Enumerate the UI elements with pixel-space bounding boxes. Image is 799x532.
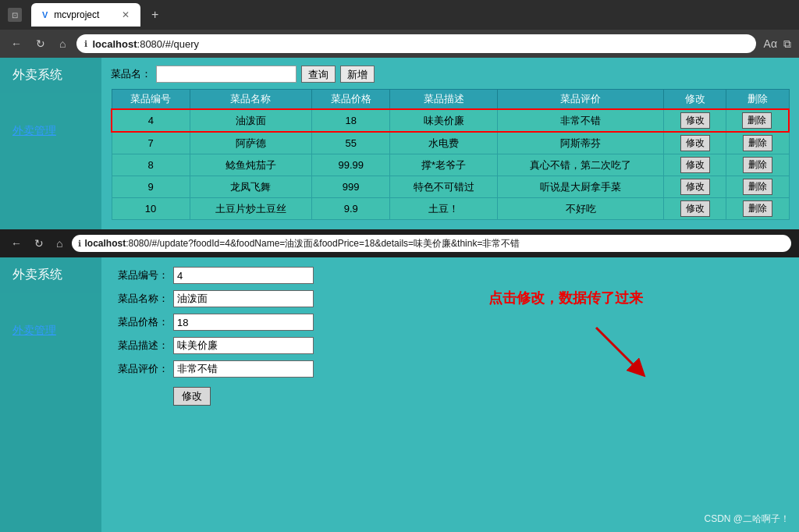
browser-tab-1[interactable]: V mcvproject ✕ — [31, 3, 140, 27]
table-cell: 8 — [112, 154, 190, 176]
food-price-label: 菜品价格： — [114, 315, 169, 329]
search-bar: 菜品名： 查询 新增 — [111, 66, 790, 83]
sidebar-query: 外卖系统 外卖管理 — [0, 58, 101, 229]
app-panel-update: 外卖系统 外卖管理 菜品编号： 菜品名称： 菜品价格： 菜品描述： — [0, 257, 799, 532]
win-restore-icon[interactable]: ⊡ — [8, 8, 22, 22]
add-btn[interactable]: 新增 — [340, 66, 375, 83]
refresh-btn-1[interactable]: ↻ — [33, 37, 48, 50]
col-name: 菜品名称 — [190, 90, 312, 110]
address-input-1[interactable]: ℹ localhost:8080/#/query — [76, 34, 755, 53]
edit-btn[interactable]: 修改 — [680, 135, 710, 151]
edit-cell: 修改 — [664, 154, 726, 176]
delete-btn[interactable]: 删除 — [743, 179, 772, 195]
table-cell: 味美价廉 — [390, 109, 498, 132]
tabs-icon[interactable]: ⧉ — [783, 37, 791, 51]
edit-cell: 修改 — [664, 132, 726, 154]
food-id-label: 菜品编号： — [114, 268, 169, 282]
table-cell: 18 — [312, 109, 390, 132]
home-btn-1[interactable]: ⌂ — [56, 37, 69, 50]
food-id-input[interactable] — [173, 267, 314, 284]
address-input-2[interactable]: ℹ localhost:8080/#/update?foodId=4&foodN… — [72, 235, 791, 252]
table-row: 7阿萨德55水电费阿斯蒂芬修改删除 — [112, 132, 789, 154]
table-cell: 7 — [112, 132, 190, 154]
table-cell: 99.99 — [312, 154, 390, 176]
page-root: ⊡ V mcvproject ✕ + ← ↻ ⌂ ℹ localhost:808… — [0, 0, 799, 532]
col-id: 菜品编号 — [112, 90, 190, 110]
table-cell: 真心不错，第二次吃了 — [498, 154, 664, 176]
app-title-query: 外卖系统 — [0, 58, 101, 93]
browser-chrome-2: ← ↻ ⌂ ℹ localhost:8080/#/update?foodId=4… — [0, 229, 799, 257]
table-row: 8鲶鱼炖茄子99.99撑*老爷子真心不错，第二次吃了修改删除 — [112, 154, 789, 176]
table-cell: 龙凤飞舞 — [190, 176, 312, 198]
edit-cell: 修改 — [664, 176, 726, 198]
address-url-1: localhost:8080/#/query — [92, 38, 199, 50]
delete-btn[interactable]: 删除 — [743, 135, 772, 151]
food-name-label: 菜品名称： — [114, 292, 169, 306]
delete-btn[interactable]: 删除 — [743, 157, 772, 173]
search-input[interactable] — [156, 66, 297, 83]
delete-btn[interactable]: 删除 — [743, 200, 772, 217]
edit-cell: 修改 — [664, 198, 726, 220]
table-cell: 听说是大厨拿手菜 — [498, 176, 664, 198]
table-row: 9龙凤飞舞999特色不可错过听说是大厨拿手菜修改删除 — [112, 176, 789, 198]
table-cell: 阿斯蒂芬 — [498, 132, 664, 154]
address-url-2: localhost:8080/#/update?foodId=4&foodNam… — [84, 237, 520, 250]
table-cell: 土豆片炒土豆丝 — [190, 198, 312, 220]
back-btn-1[interactable]: ← — [8, 37, 25, 50]
delete-cell: 删除 — [726, 176, 789, 198]
table-cell: 撑*老爷子 — [390, 154, 498, 176]
table-cell: 9 — [112, 176, 190, 198]
food-name-input[interactable] — [173, 290, 314, 307]
nav-right-icons-1: Aα ⧉ — [764, 37, 791, 51]
table-cell: 999 — [312, 176, 390, 198]
food-table-body: 4油泼面18味美价廉非常不错修改删除7阿萨德55水电费阿斯蒂芬修改删除8鲶鱼炖茄… — [112, 109, 789, 220]
search-label: 菜品名： — [111, 67, 151, 81]
arrow-icon — [588, 320, 651, 385]
app-title-update: 外卖系统 — [0, 257, 101, 293]
bottom-section: 外卖系统 外卖管理 菜品编号： 菜品名称： 菜品价格： 菜品描述： — [0, 257, 799, 532]
food-desc-label: 菜品描述： — [114, 339, 169, 353]
table-cell: 阿萨德 — [190, 132, 312, 154]
form-row-id: 菜品编号： — [114, 267, 787, 284]
table-row: 4油泼面18味美价廉非常不错修改删除 — [112, 109, 789, 132]
table-cell: 非常不错 — [498, 109, 664, 132]
back-btn-2[interactable]: ← — [8, 237, 25, 250]
col-desc: 菜品描述 — [390, 90, 498, 110]
app-panel-query: 外卖系统 外卖管理 菜品名： 查询 新增 菜品编号 菜品名称 菜品价格 菜品描述… — [0, 58, 799, 229]
table-header-row: 菜品编号 菜品名称 菜品价格 菜品描述 菜品评价 修改 删除 — [112, 90, 789, 110]
food-price-input[interactable] — [173, 314, 314, 331]
table-cell: 不好吃 — [498, 198, 664, 220]
food-review-input[interactable] — [173, 360, 314, 378]
col-edit: 修改 — [664, 90, 726, 110]
form-row-name: 菜品名称： — [114, 290, 787, 307]
edit-btn[interactable]: 修改 — [680, 179, 710, 195]
main-content-query: 菜品名： 查询 新增 菜品编号 菜品名称 菜品价格 菜品描述 菜品评价 修改 删… — [101, 58, 799, 229]
table-cell: 鲶鱼炖茄子 — [190, 154, 312, 176]
table-cell: 10 — [112, 198, 190, 220]
query-btn[interactable]: 查询 — [301, 66, 336, 83]
svg-line-1 — [596, 328, 639, 371]
edit-btn[interactable]: 修改 — [680, 112, 710, 129]
address-bar-1: ← ↻ ⌂ ℹ localhost:8080/#/query Aα ⧉ — [0, 30, 799, 58]
col-delete: 删除 — [726, 90, 789, 110]
refresh-btn-2[interactable]: ↻ — [31, 237, 47, 250]
edit-btn[interactable]: 修改 — [680, 200, 710, 217]
edit-btn[interactable]: 修改 — [680, 157, 710, 173]
food-review-label: 菜品评价： — [114, 362, 169, 376]
delete-cell: 删除 — [726, 154, 789, 176]
table-cell: 4 — [112, 109, 190, 132]
form-row-review: 菜品评价： — [114, 360, 787, 378]
tab-close-btn[interactable]: ✕ — [122, 9, 130, 20]
sidebar-link-update[interactable]: 外卖管理 — [0, 316, 101, 346]
aa-icon[interactable]: Aα — [764, 37, 777, 51]
delete-btn[interactable]: 删除 — [742, 112, 772, 129]
col-price: 菜品价格 — [312, 90, 390, 110]
new-tab-btn[interactable]: + — [147, 8, 163, 22]
delete-cell: 删除 — [726, 109, 789, 132]
food-desc-input[interactable] — [173, 337, 314, 354]
food-table: 菜品编号 菜品名称 菜品价格 菜品描述 菜品评价 修改 删除 4油泼面18味美价… — [111, 89, 790, 220]
home-btn-2[interactable]: ⌂ — [53, 237, 66, 250]
modify-submit-btn[interactable]: 修改 — [173, 387, 211, 406]
sidebar-link-query[interactable]: 外卖管理 — [0, 116, 101, 146]
delete-cell: 删除 — [726, 132, 789, 154]
